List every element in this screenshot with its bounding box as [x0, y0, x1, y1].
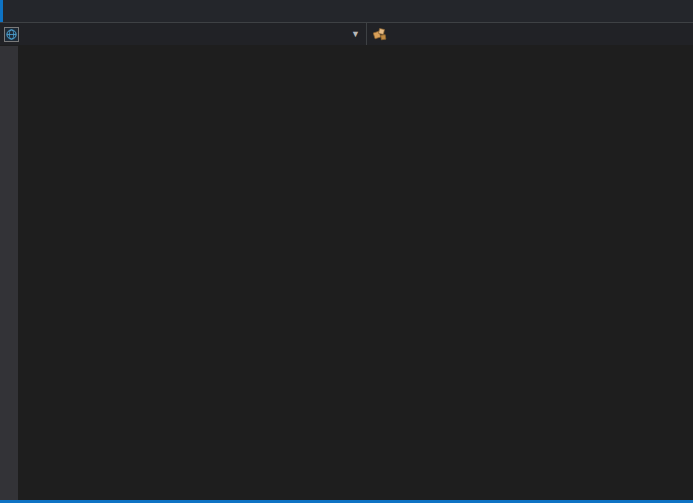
web-project-icon	[4, 27, 19, 42]
breakpoint-margin[interactable]	[0, 46, 18, 500]
vs-code-editor-window: ▼	[0, 0, 693, 503]
project-dropdown[interactable]: ▼	[0, 23, 366, 45]
tab-bar	[0, 0, 693, 22]
class-icon	[373, 28, 387, 41]
navigation-bar: ▼	[0, 22, 693, 45]
code-editor[interactable]	[0, 46, 693, 500]
member-dropdown[interactable]	[367, 23, 693, 45]
chevron-down-icon: ▼	[345, 29, 366, 39]
window-edge-accent	[0, 0, 3, 22]
